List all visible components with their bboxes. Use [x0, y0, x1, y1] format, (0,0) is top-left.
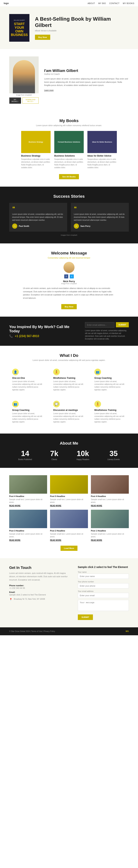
post-image-6 — [91, 475, 129, 494]
submit-button[interactable]: SUBMIT — [116, 322, 129, 327]
form-phone-row: Your phone number — [78, 581, 129, 588]
nav-about[interactable]: ABOUT — [88, 2, 95, 4]
service-title-3: Group Coaching — [94, 377, 126, 379]
hero-book: WILLIAM GILBERT STARTYOUROWNBUSINESS — [9, 14, 29, 42]
stat-label-1: Books Published — [18, 459, 32, 461]
author-role: Author & Coach — [44, 73, 129, 75]
post-card-6: Post 4 Headline Sample small text. Lorem… — [91, 475, 129, 507]
map-pin-icon: 📍 — [9, 598, 12, 601]
posts-section: Post 4 Headline Sample small text. Lorem… — [0, 468, 138, 558]
social-icons: f t — [9, 274, 129, 278]
book-cover-text-2: Forward Business Solutions — [58, 141, 80, 143]
post-image-1 — [91, 510, 129, 528]
author-photo-label: Image from Unsplash — [9, 94, 39, 96]
read-more-1[interactable]: READ MORE — [91, 539, 129, 541]
welcome-text: Ut enim ad minim veniam, quis nostrud ex… — [23, 287, 115, 300]
nav-links: ABOUT MY BIO CONTACT MY BOOKS — [88, 2, 134, 4]
nav-bio[interactable]: MY BIO — [98, 2, 106, 4]
see-all-books-button[interactable]: See All Books — [59, 174, 79, 179]
call-title: You Inspired By My Work? Call Me Today — [9, 325, 78, 333]
service-4: 👥 Group Coaching Lorem ipsum dolor sit a… — [9, 398, 46, 426]
contact-email-block: Email: sample click 2 select to feel The… — [9, 591, 70, 596]
stat-number-4: 35 — [107, 450, 120, 458]
post-image-2 — [50, 510, 88, 528]
service-3: 👥 Group Coaching Lorem ipsum dolor sit a… — [92, 366, 129, 394]
service-desc-3: Lorem ipsum dolor sit amet, consectetur … — [94, 380, 126, 391]
twitter-icon[interactable]: t — [70, 274, 74, 278]
read-more-3[interactable]: READ MORE — [9, 539, 47, 541]
story-text-1: Lorem ipsum dolor sit amet, consectetur … — [12, 213, 64, 222]
stat-number-1: 14 — [18, 450, 32, 458]
service-desc-5: Lorem ipsum dolor sit amet, consectetur … — [53, 412, 84, 423]
learn-more-link[interactable]: Learn more — [44, 89, 54, 91]
form-name-input[interactable] — [78, 574, 129, 579]
welcome-photo-credit: Image from Unsplash — [9, 283, 129, 284]
my-books-section: My Books Lorem ipsum dolor adipiscing el… — [0, 111, 138, 187]
post-headline-5: Post 5 Headline — [50, 495, 88, 497]
logo: logo — [4, 2, 9, 5]
post-card-4: Post 4 Headline Sample small text. Lorem… — [9, 475, 47, 507]
stat-number-3: 10k — [76, 450, 89, 458]
story-avatar-1: PS — [12, 223, 17, 229]
form-phone-input[interactable] — [78, 583, 129, 588]
book-title-2: Business Solutions — [54, 155, 84, 157]
facebook-icon[interactable]: f — [64, 274, 68, 278]
download-cv-button[interactable]: DOWNLOAD MY CV › — [23, 97, 39, 104]
form-message-textarea[interactable] — [78, 600, 129, 611]
phone-icon: 📞 — [9, 335, 13, 338]
service-icon-1: 👤 — [12, 369, 19, 375]
post-headline-3: Post 3 Headline — [9, 530, 47, 532]
stats-grid: 14 Books Published 7k Clients 10k Happy … — [9, 450, 129, 461]
contact-submit-button[interactable]: SUBMIT — [78, 615, 93, 620]
success-title: Success Stories — [9, 194, 129, 199]
nav-books[interactable]: MY BOOKS — [123, 2, 134, 4]
story-avatar-2: SP — [74, 223, 79, 229]
quote-mark-2: ❝ — [74, 206, 126, 211]
posts-grid-2: Post 3 Headline Sample small text. Lorem… — [9, 510, 129, 541]
author-buttons: MY BOOKS › DOWNLOAD MY CV › — [9, 97, 39, 104]
stat-label-3: Happy Readers — [76, 459, 89, 461]
what-i-do-section: What I Do Lorem ipsum dolor sit amet, co… — [0, 346, 138, 434]
email-input[interactable] — [85, 322, 114, 328]
post-card-1: Post 1 Headline Sample small text. Lorem… — [91, 510, 129, 541]
stories-grid: ❝ Lorem ipsum dolor sit amet, consectetu… — [9, 203, 129, 231]
stat-1: 14 Books Published — [18, 450, 32, 461]
book-card-2: Forward Business Solutions Business Solu… — [54, 131, 84, 169]
book-cover-2: Forward Business Solutions — [54, 131, 84, 153]
story-author-1: PS Paul Smith — [12, 223, 64, 229]
read-more-4[interactable]: READ MORE — [9, 505, 47, 507]
service-icon-2: 🧘 — [53, 369, 60, 375]
welcome-subtitle: Consectetur adipiscing elit sed eiusmod … — [9, 257, 129, 259]
post-headline-1: Post 1 Headline — [91, 530, 129, 532]
story-card-1: ❝ Lorem ipsum dolor sit amet, consectetu… — [9, 203, 67, 231]
read-more-2[interactable]: READ MORE — [50, 539, 88, 541]
book-card-3: Ideas for Better Business Ideas for Bett… — [88, 131, 117, 169]
welcome-avatar — [64, 262, 74, 273]
my-books-button[interactable]: MY BOOKS › — [9, 97, 21, 104]
book-cover-3: Ideas for Better Business — [88, 131, 117, 153]
book-desc-1: Suspendisse vulputate eros in ante eleme… — [21, 158, 50, 169]
author-intro: Image from Unsplash MY BOOKS › DOWNLOAD … — [0, 49, 138, 111]
post-headline-2: Post 2 Headline — [50, 530, 88, 532]
nav-contact[interactable]: CONTACT — [109, 2, 119, 4]
welcome-buy-button[interactable]: Buy Now — [61, 304, 76, 309]
book-cover-1: Business Strategy — [21, 131, 50, 153]
load-more-button[interactable]: Load More — [61, 546, 77, 551]
post-desc-3: Sample small text. Lorem ipsum dolor sit… — [9, 533, 47, 538]
read-more-6[interactable]: READ MORE — [91, 505, 129, 507]
hero-text: A Best-Selling Book by William Gilbert e… — [35, 16, 129, 40]
post-card-5: Post 5 Headline Sample small text. Lorem… — [50, 475, 88, 507]
service-icon-3: 👥 — [94, 369, 101, 375]
buy-now-button[interactable]: Buy Now — [35, 35, 50, 40]
service-title-6: Mindfulness Training — [94, 409, 126, 411]
read-more-5[interactable]: READ MORE — [50, 505, 88, 507]
stat-2: 7k Clients — [50, 450, 59, 461]
stat-label-4: Literary Events — [107, 459, 120, 461]
service-desc-1: Lorem ipsum dolor sit amet, consectetur … — [12, 380, 44, 391]
call-form: SUBMIT — [85, 322, 129, 328]
author-person-shape — [13, 60, 35, 93]
post-card-3: Post 3 Headline Sample small text. Lorem… — [9, 510, 47, 541]
form-email-input[interactable] — [78, 593, 129, 598]
author-image — [9, 56, 39, 93]
post-desc-4: Sample small text. Lorem ipsum dolor sit… — [9, 498, 47, 504]
